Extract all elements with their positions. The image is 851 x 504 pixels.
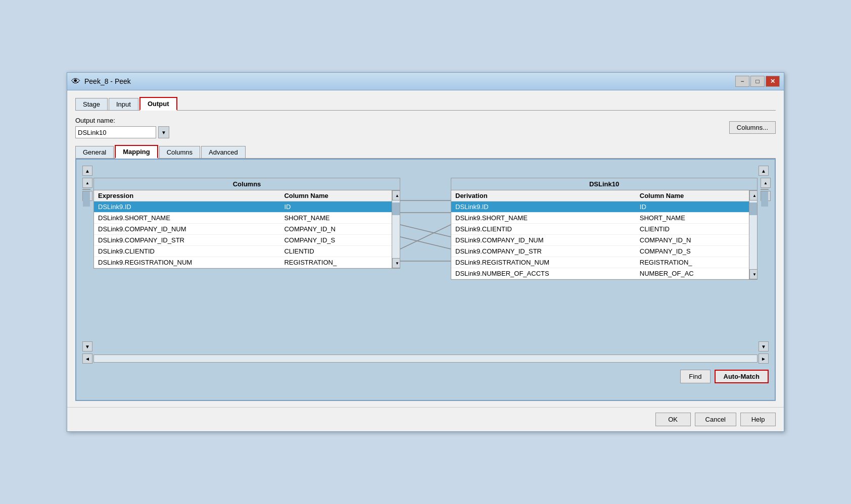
cell-expression: DSLink9.CLIENTID bbox=[94, 246, 280, 257]
dslink10-table-scroll-area: Derivation Column Name DSLink9.IDIDDSLin… bbox=[451, 190, 749, 279]
output-left: Output name: ▼ bbox=[75, 117, 169, 138]
connector-svg bbox=[400, 178, 451, 339]
tab-stage[interactable]: Stage bbox=[75, 98, 108, 110]
cell-column-name: COMPANY_ID_N bbox=[280, 224, 392, 235]
output-section: Output name: ▼ Columns... bbox=[75, 117, 776, 138]
left-table-row[interactable]: DSLink9.CLIENTIDCLIENTID bbox=[94, 246, 392, 257]
left-vscroll-track[interactable] bbox=[82, 189, 90, 190]
right-table-scroll-up[interactable]: ▲ bbox=[749, 190, 758, 200]
tab-mapping[interactable]: Mapping bbox=[115, 145, 158, 159]
minimize-button[interactable]: − bbox=[735, 76, 749, 87]
right-table-row[interactable]: DSLink9.REGISTRATION_NUMREGISTRATION_ bbox=[451, 257, 749, 268]
scroll-up-right-side[interactable]: ▲ bbox=[761, 178, 771, 188]
maximize-button[interactable]: □ bbox=[750, 76, 765, 87]
cell-column-name: REGISTRATION_ bbox=[280, 257, 392, 268]
cell-derivation: DSLink9.COMPANY_ID_STR bbox=[451, 246, 636, 257]
cell-column-name2: COMPANY_ID_S bbox=[636, 246, 749, 257]
tab-columns[interactable]: Columns bbox=[159, 146, 200, 158]
left-table-row[interactable]: DSLink9.IDID bbox=[94, 201, 392, 213]
svg-line-4 bbox=[400, 237, 451, 249]
right-bottom-scroll: ▼ bbox=[759, 341, 769, 351]
left-table-row[interactable]: DSLink9.SHORT_NAMESHORT_NAME bbox=[94, 213, 392, 224]
cell-column-name2: COMPANY_ID_N bbox=[636, 235, 749, 246]
left-bottom-scroll: ▼ bbox=[82, 341, 92, 351]
cell-derivation: DSLink9.ID bbox=[451, 201, 636, 213]
tab-output[interactable]: Output bbox=[139, 97, 177, 111]
cell-expression: DSLink9.SHORT_NAME bbox=[94, 213, 280, 224]
col-header-derivation: Derivation bbox=[451, 190, 636, 201]
cell-column-name: SHORT_NAME bbox=[280, 213, 392, 224]
panels-row: ▲ ▼ Columns bbox=[82, 178, 769, 339]
right-vscroll: ▲ ▼ bbox=[761, 178, 769, 201]
scroll-up-left[interactable]: ▲ bbox=[82, 166, 92, 176]
left-table-scroll-up[interactable]: ▲ bbox=[392, 190, 400, 200]
left-table-row[interactable]: DSLink9.REGISTRATION_NUMREGISTRATION_ bbox=[94, 257, 392, 268]
connector-area bbox=[400, 178, 451, 339]
output-name-label: Output name: bbox=[75, 117, 169, 124]
help-button[interactable]: Help bbox=[740, 413, 776, 426]
dslink10-table-title: DSLink10 bbox=[451, 178, 757, 190]
left-table-scroll-thumb bbox=[392, 203, 400, 215]
title-bar: 👁 Peek_8 - Peek − □ ✕ bbox=[67, 73, 784, 90]
cell-column-name: COMPANY_ID_S bbox=[280, 235, 392, 246]
svg-line-3 bbox=[400, 225, 451, 237]
col-header-expression: Expression bbox=[94, 190, 280, 201]
bottom-scroll-row: ▼ ▼ bbox=[82, 341, 769, 351]
right-table-row[interactable]: DSLink9.SHORT_NAMESHORT_NAME bbox=[451, 213, 749, 224]
scroll-up-right[interactable]: ▲ bbox=[759, 166, 769, 176]
right-table-row[interactable]: DSLink9.COMPANY_ID_STRCOMPANY_ID_S bbox=[451, 246, 749, 257]
tab-general[interactable]: General bbox=[75, 146, 114, 158]
auto-match-button[interactable]: Auto-Match bbox=[715, 370, 769, 383]
right-table-row[interactable]: DSLink9.COMPANY_ID_NUMCOMPANY_ID_N bbox=[451, 235, 749, 246]
find-button[interactable]: Find bbox=[680, 370, 710, 383]
left-table-row[interactable]: DSLink9.COMPANY_ID_STRCOMPANY_ID_S bbox=[94, 235, 392, 246]
tab-input[interactable]: Input bbox=[109, 98, 138, 110]
cell-derivation: DSLink9.NUMBER_OF_ACCTS bbox=[451, 268, 636, 279]
ok-button[interactable]: OK bbox=[655, 413, 691, 426]
right-table-row[interactable]: DSLink9.IDID bbox=[451, 201, 749, 213]
right-table-row[interactable]: DSLink9.NUMBER_OF_ACCTSNUMBER_OF_AC bbox=[451, 268, 749, 279]
right-table-scroll-track[interactable] bbox=[749, 200, 757, 269]
cell-expression: DSLink9.REGISTRATION_NUM bbox=[94, 257, 280, 268]
col-header-columnname: Column Name bbox=[280, 190, 392, 201]
tab-advanced[interactable]: Advanced bbox=[201, 146, 246, 158]
right-table-scroll-down[interactable]: ▼ bbox=[749, 269, 758, 279]
dslink10-table-content: Derivation Column Name DSLink9.IDIDDSLin… bbox=[451, 190, 757, 279]
output-name-input[interactable] bbox=[75, 126, 156, 138]
right-top-scrolls: ▲ bbox=[759, 166, 769, 176]
right-table-scroll-thumb bbox=[749, 203, 757, 215]
cancel-button[interactable]: Cancel bbox=[695, 413, 736, 426]
left-table-row[interactable]: DSLink9.COMPANY_ID_NUMCOMPANY_ID_N bbox=[94, 224, 392, 235]
columns-table-scroll-area: Expression Column Name DSLink9.IDIDDSLin… bbox=[94, 190, 392, 268]
right-vscroll-track[interactable] bbox=[761, 189, 769, 190]
columns-table-wrapper: Columns Expression Column Name bbox=[93, 178, 400, 269]
cell-derivation: DSLink9.SHORT_NAME bbox=[451, 213, 636, 224]
cell-derivation: DSLink9.CLIENTID bbox=[451, 224, 636, 235]
sub-tab-bar: General Mapping Columns Advanced bbox=[75, 144, 776, 159]
close-button[interactable]: ✕ bbox=[766, 76, 780, 87]
title-bar-controls: − □ ✕ bbox=[735, 76, 780, 87]
left-table-scroll-down[interactable]: ▼ bbox=[392, 258, 400, 268]
dslink10-header-row: Derivation Column Name bbox=[451, 190, 749, 201]
scroll-right-btn[interactable]: ► bbox=[759, 354, 769, 364]
output-select-row: ▼ bbox=[75, 126, 169, 138]
scroll-down-left[interactable]: ▼ bbox=[82, 341, 92, 351]
columns-table: Expression Column Name DSLink9.IDIDDSLin… bbox=[94, 190, 392, 268]
window-content: Stage Input Output Output name: ▼ Column… bbox=[67, 90, 784, 407]
scroll-down-right[interactable]: ▼ bbox=[759, 341, 769, 351]
output-dropdown-arrow[interactable]: ▼ bbox=[158, 126, 169, 138]
main-window: 👁 Peek_8 - Peek − □ ✕ Stage Input Output… bbox=[67, 72, 784, 432]
right-table-row[interactable]: DSLink9.CLIENTIDCLIENTID bbox=[451, 224, 749, 235]
columns-button[interactable]: Columns... bbox=[729, 121, 776, 134]
dialog-bottom-bar: OK Cancel Help bbox=[67, 407, 784, 431]
columns-table-title: Columns bbox=[94, 178, 400, 190]
scroll-left-btn[interactable]: ◄ bbox=[82, 354, 92, 364]
scroll-up-left-side[interactable]: ▲ bbox=[82, 178, 92, 188]
left-table-scroll-track[interactable] bbox=[392, 200, 400, 258]
cell-column-name2: ID bbox=[636, 201, 749, 213]
app-icon: 👁 bbox=[71, 76, 80, 87]
right-table-vscroll-bar: ▲ ▼ bbox=[749, 190, 757, 279]
h-scroll-track[interactable] bbox=[93, 355, 758, 363]
cell-column-name: CLIENTID bbox=[280, 246, 392, 257]
cell-derivation: DSLink9.COMPANY_ID_NUM bbox=[451, 235, 636, 246]
